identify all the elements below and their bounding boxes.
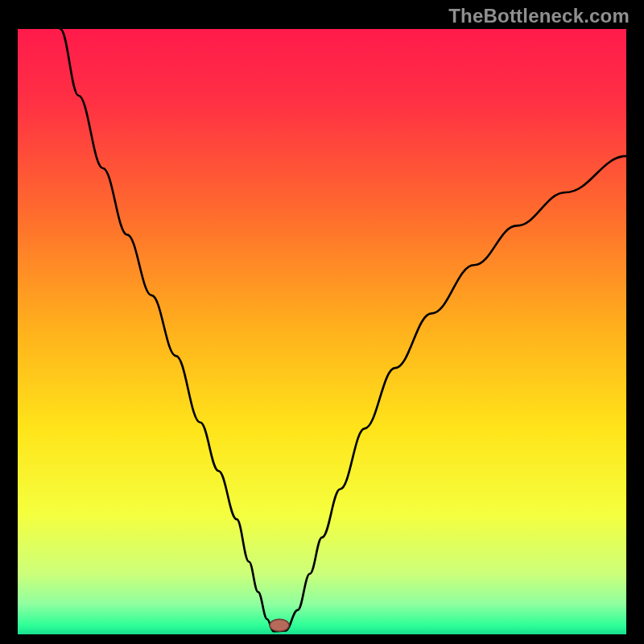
bottleneck-plot xyxy=(18,29,626,634)
minimum-marker xyxy=(270,619,289,631)
watermark-label: TheBottleneck.com xyxy=(448,5,630,27)
gradient-background xyxy=(18,29,626,634)
chart-frame: TheBottleneck.com xyxy=(0,0,644,644)
